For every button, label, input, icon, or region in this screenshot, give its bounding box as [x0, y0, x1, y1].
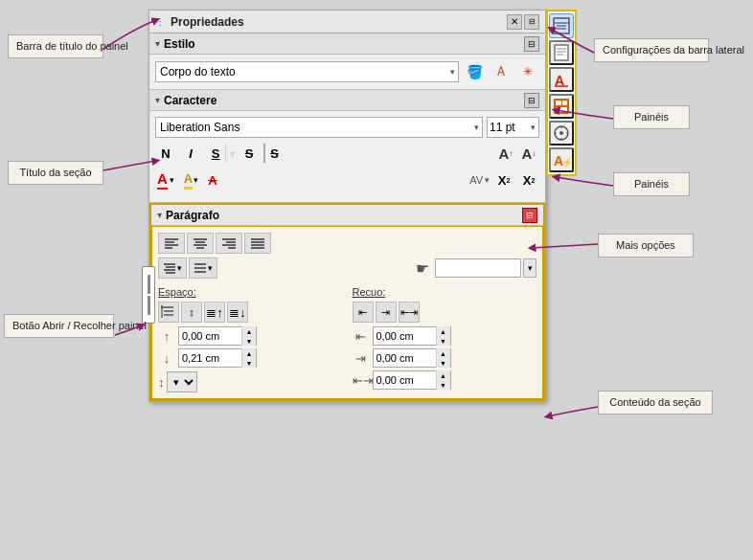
superscript-button[interactable]: X2 — [493, 169, 514, 190]
spacing-increase-button[interactable]: ≣↑ — [204, 302, 225, 323]
font-color-button[interactable]: A ▾ — [155, 168, 176, 191]
espaco-top-icon: ↑ — [158, 329, 175, 344]
list-icon — [163, 261, 176, 275]
recuo-third-value[interactable] — [374, 374, 436, 386]
underline-button[interactable]: S — [205, 143, 226, 164]
list-indent-left-button[interactable]: ▾ — [158, 258, 187, 279]
recuo-first-down[interactable]: ▼ — [437, 336, 450, 346]
svg-rect-41 — [556, 107, 567, 112]
caractere-section-header[interactable]: ▾ Caractere ⊟ — [149, 90, 545, 111]
annotation-titulo-secao: Título da seção — [8, 161, 103, 185]
sidebar-page-icon[interactable] — [549, 40, 574, 65]
recuo-icon3[interactable]: ⇤⇥ — [399, 302, 420, 323]
align-justify-icon — [250, 236, 265, 250]
align-justify-button[interactable] — [244, 233, 271, 254]
panel-menu-button[interactable]: ⊟ — [524, 14, 539, 30]
font-color-icon: A — [157, 170, 168, 190]
paragrafo-header[interactable]: ▾ Parágrafo ⊟ — [151, 205, 543, 226]
strikethrough-color-icon: A — [208, 173, 217, 188]
align-right-button[interactable] — [216, 233, 242, 254]
recuo-second-input[interactable]: ▲ ▼ — [373, 348, 451, 368]
subscript-button[interactable]: X2 — [518, 169, 539, 190]
recuo-third-down[interactable]: ▼ — [437, 380, 450, 390]
highlight-color-button[interactable]: A ▾ — [182, 169, 200, 191]
recuo-icon1[interactable]: ⇤ — [353, 302, 374, 323]
paragrafo-label: Parágrafo — [166, 209, 522, 222]
espaco-top-down[interactable]: ▼ — [242, 336, 256, 346]
text-input[interactable] — [435, 258, 521, 278]
recuo-first-up[interactable]: ▲ — [437, 326, 450, 336]
recuo-third-input[interactable]: ▲ ▼ — [373, 370, 451, 390]
font-size-up-button[interactable]: A↑ — [495, 143, 516, 164]
character-style-icon[interactable]: Ａ — [490, 60, 513, 83]
recuo-second-row: ⇥ ▲ ▼ — [353, 348, 537, 368]
espaco-section: Espaço: ↕ ≣↑ — [158, 286, 343, 392]
paint-bucket-icon[interactable]: 🪣 — [463, 60, 486, 83]
spacing-indent-area: Espaço: ↕ ≣↑ — [158, 286, 536, 392]
highlight-color-icon: A — [184, 171, 193, 190]
annotation-mais-opcoes: Mais opções — [598, 234, 694, 258]
espaco-bottom-up[interactable]: ▲ — [242, 348, 256, 358]
espaco-bottom-down[interactable]: ▼ — [242, 358, 256, 368]
espaco-top-input[interactable]: ▲ ▼ — [178, 326, 257, 346]
recuo-icon2[interactable]: ⇥ — [376, 302, 397, 323]
sidebar-icons-panel: A A⚡ — [546, 10, 577, 176]
properties-panel: ⋮ Propriedades ✕ ⊟ ▾ Estilo ⊟ Corpo do t… — [148, 10, 546, 402]
line-spacing-row: ↕ ▾ — [158, 371, 343, 392]
annotation-conteudo-secao: Conteúdo da seção — [598, 391, 713, 414]
strikethrough2-button[interactable]: S — [263, 143, 285, 164]
paragrafo-chevron: ▾ — [157, 210, 162, 220]
font-size-dropdown[interactable]: 11 pt — [487, 117, 539, 138]
caractere-more-button[interactable]: ⊟ — [524, 93, 539, 108]
caractere-content: Liberation Sans ▾ 11 pt ▾ N I S ▾ S S — [149, 111, 545, 203]
recuo-second-value[interactable] — [374, 352, 436, 364]
espaco-bottom-value[interactable] — [179, 352, 241, 364]
align-center-icon — [193, 236, 208, 250]
list-button[interactable]: ▾ — [189, 258, 217, 279]
properties-icon — [553, 17, 570, 34]
line-spacing-icon — [161, 304, 176, 320]
svg-rect-32 — [555, 45, 568, 60]
estilo-more-button[interactable]: ⊟ — [524, 36, 539, 52]
style-dropdown[interactable]: Corpo do texto — [155, 61, 459, 82]
para-spacing-button[interactable]: ↕ — [181, 302, 202, 323]
panel-close-button[interactable]: ✕ — [507, 14, 522, 30]
align-center-button[interactable] — [187, 233, 214, 254]
espaco-bottom-row: ↓ ▲ ▼ — [158, 348, 343, 368]
annotation-botao-abrir: Botão Abrir / Recolher painel — [4, 314, 114, 338]
strikethrough-button[interactable]: S — [239, 143, 260, 164]
sidebar-properties-icon[interactable] — [549, 13, 574, 38]
espaco-top-value[interactable] — [179, 330, 241, 342]
recuo-first-input[interactable]: ▲ ▼ — [373, 326, 451, 346]
recuo-third-icon: ⇤⇥ — [353, 373, 370, 388]
strikethrough-color-button[interactable]: A — [206, 171, 218, 190]
paragrafo-more-button[interactable]: ⊟ — [522, 208, 537, 223]
sidebar-extra-icon[interactable]: A⚡ — [549, 147, 574, 172]
recuo-second-down[interactable]: ▼ — [437, 358, 450, 368]
recuo-third-up[interactable]: ▲ — [437, 370, 450, 380]
recuo-first-value[interactable] — [374, 330, 436, 342]
espaco-top-up[interactable]: ▲ — [242, 326, 256, 336]
font-size-down-button[interactable]: A↓ — [518, 143, 539, 164]
sidebar-navigator-icon[interactable] — [549, 121, 574, 146]
line-spacing-select[interactable]: ▾ — [167, 371, 197, 392]
font-dropdown[interactable]: Liberation Sans — [155, 117, 483, 138]
estilo-section-header[interactable]: ▾ Estilo ⊟ — [149, 34, 545, 55]
align-left-icon — [164, 236, 179, 250]
sidebar-gallery-icon[interactable] — [549, 94, 574, 119]
collapse-button[interactable] — [142, 266, 155, 324]
text-input-arrow[interactable]: ▾ — [523, 258, 536, 278]
gallery-icon — [553, 98, 570, 115]
spacing-decrease-button[interactable]: ≣↓ — [227, 302, 248, 323]
bold-button[interactable]: N — [155, 143, 176, 164]
recuo-second-up[interactable]: ▲ — [437, 348, 450, 358]
italic-button[interactable]: I — [180, 143, 201, 164]
espaco-bottom-input[interactable]: ▲ ▼ — [178, 348, 257, 368]
estilo-content: Corpo do texto ▾ 🪣 Ａ ✳ — [149, 55, 545, 90]
cursor-icon: ☛ — [416, 259, 429, 278]
align-left-button[interactable] — [158, 233, 185, 254]
line-spacing-button[interactable] — [158, 302, 179, 323]
update-style-icon[interactable]: ✳ — [516, 60, 539, 83]
sidebar-styles-icon[interactable]: A — [549, 67, 574, 92]
paragrafo-content: ▾ ▾ ☛ ▾ Espaço: — [151, 226, 543, 399]
